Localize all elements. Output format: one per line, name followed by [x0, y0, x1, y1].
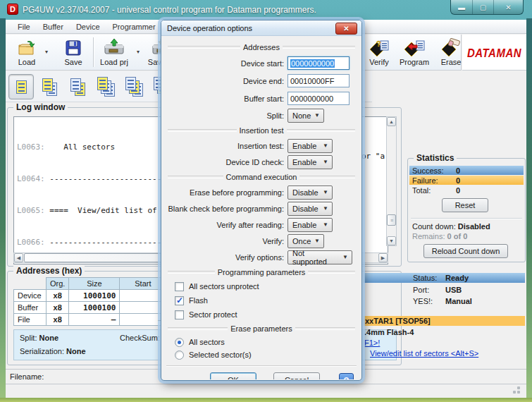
- dialog-button-separator: [166, 365, 357, 367]
- window-title: PG4UW v2.37/04.2007 - universal control …: [23, 5, 316, 15]
- success-label: Success:: [412, 166, 444, 175]
- yes-value: Manual: [445, 297, 472, 305]
- all-sectors-row: All sectors: [162, 336, 361, 348]
- load-prj-icon: [97, 37, 131, 56]
- all-sectors-unprotect-checkbox[interactable]: [175, 282, 184, 291]
- table-row: File x8 – –: [14, 314, 166, 326]
- statistics-divider: [411, 218, 522, 219]
- chevron-down-icon: ▼: [314, 238, 320, 244]
- document-icon: [16, 80, 27, 94]
- menu-device[interactable]: Device: [70, 21, 106, 32]
- split-select[interactable]: None▼: [287, 109, 324, 123]
- device-test-link[interactable]: F1>!: [364, 339, 380, 347]
- dialog-title: Device operation options: [167, 24, 252, 32]
- resize-grip[interactable]: [517, 391, 520, 394]
- scroll-left-arrow[interactable]: ◀: [14, 253, 23, 262]
- sector-protect-row: Sector protect: [162, 307, 361, 322]
- insertion-test-select[interactable]: Enable▼: [287, 139, 333, 153]
- svg-text:?: ?: [376, 39, 381, 48]
- menu-buffer[interactable]: Buffer: [37, 21, 70, 32]
- chevron-down-icon: ▼: [323, 159, 328, 165]
- ok-button[interactable]: OK: [210, 372, 256, 379]
- device-id-check-select[interactable]: Enable▼: [287, 155, 333, 169]
- success-row: Success: 0: [409, 166, 524, 175]
- load-button[interactable]: Load: [10, 37, 44, 66]
- device-start-field[interactable]: 0000000000: [287, 56, 349, 70]
- blank-check-row: Blank check before programming: Disable▼: [162, 200, 361, 217]
- load-folder-icon: [10, 37, 44, 56]
- app-icon: D: [7, 4, 18, 15]
- cancel-button[interactable]: Cancel: [273, 372, 320, 379]
- buffer-view-button-1[interactable]: [8, 74, 34, 99]
- menu-file[interactable]: File: [11, 21, 37, 32]
- verify-select[interactable]: Once▼: [287, 234, 324, 248]
- countdown-label: Count down:: [412, 222, 456, 231]
- flash-label: Flash: [189, 296, 208, 305]
- device-id-check-row: Device ID check: Enable▼: [162, 154, 361, 170]
- load-prj-button[interactable]: Load prj: [97, 37, 131, 66]
- all-sectors-radio[interactable]: [175, 338, 184, 347]
- verify-options-select[interactable]: Not supported▼: [287, 250, 352, 264]
- main-window: D PG4UW v2.37/04.2007 - universal contro…: [0, 0, 532, 402]
- erase-before-select[interactable]: Disable▼: [287, 185, 333, 200]
- save-button[interactable]: Save: [56, 37, 90, 66]
- verify-after-select[interactable]: Enable▼: [287, 218, 333, 232]
- buffer-start-field[interactable]: 0000000000: [287, 92, 349, 105]
- reset-button[interactable]: Reset: [442, 198, 488, 212]
- buffer-view-button-2[interactable]: [37, 74, 62, 99]
- save-floppy-icon: [56, 37, 90, 56]
- sector-protect-label: Sector protect: [189, 310, 237, 319]
- verify-after-label: Verify after reading:: [162, 221, 287, 229]
- success-value: 0: [456, 166, 460, 175]
- minimize-button[interactable]: ▬: [451, 0, 472, 14]
- addresses-table: Org. Size Start Device x8 1000100 Buffer…: [13, 277, 166, 326]
- window-frame-right: [526, 18, 532, 402]
- help-button[interactable]: ?: [339, 373, 354, 380]
- device-end-field[interactable]: 00010000FF: [287, 74, 349, 87]
- verify-chip-icon: ?: [362, 37, 396, 56]
- scroll-right-arrow[interactable]: ▶: [378, 253, 388, 262]
- insertion-test-label: Insertion test:: [162, 142, 287, 150]
- all-sectors-unprotect-row: All sectors unprotect: [162, 279, 361, 293]
- document-icon: [125, 77, 136, 90]
- program-label: Program: [397, 58, 431, 66]
- buffer-view-button-4[interactable]: [93, 74, 118, 99]
- brand-zone: DATAMAN: [462, 35, 526, 71]
- selected-sectors-radio[interactable]: [175, 351, 184, 360]
- program-button[interactable]: Program: [397, 37, 431, 66]
- verify-button[interactable]: ? Verify: [362, 37, 396, 66]
- scroll-up-arrow[interactable]: ▲: [387, 117, 396, 126]
- menu-programmer[interactable]: Programmer: [106, 21, 162, 32]
- split-label: Split:: [162, 111, 287, 120]
- chevron-down-icon: ▼: [323, 221, 328, 228]
- dialog-close-button[interactable]: ✕: [335, 23, 357, 35]
- log-vertical-scrollbar[interactable]: ▲ ≡ ▼: [386, 116, 397, 246]
- load-dropdown-arrow[interactable]: ▾: [45, 49, 48, 55]
- checksum-label: CheckSum:: [120, 334, 160, 342]
- dialog-buttons: OK Cancel ?: [210, 372, 354, 379]
- table-row: Device x8 1000100: [14, 290, 166, 302]
- view-edit-sectors-link[interactable]: View/edit list of sectors <Alt+S>: [370, 349, 478, 358]
- buffer-view-button-3[interactable]: [65, 74, 90, 99]
- flash-row: Flash: [162, 293, 361, 307]
- blank-check-label: Blank check before programming:: [162, 205, 287, 213]
- remains-label: Remains:: [412, 232, 445, 240]
- erase-before-label: Erase before programming:: [162, 188, 287, 197]
- flash-checkbox[interactable]: [175, 296, 184, 305]
- split-value: None: [39, 334, 59, 342]
- scroll-thumb[interactable]: ≡: [387, 214, 396, 226]
- maximize-button[interactable]: ▢: [472, 0, 493, 14]
- total-row: Total: 0: [409, 185, 524, 195]
- sector-protect-checkbox[interactable]: [175, 310, 184, 319]
- blank-check-select[interactable]: Disable▼: [287, 202, 333, 216]
- close-button[interactable]: ✕: [493, 0, 523, 14]
- addresses-section-header: Addresses: [168, 42, 355, 53]
- device-package-fragment: .4mm Flash-4: [364, 328, 414, 336]
- device-start-row: Device start: 0000000000: [162, 54, 361, 72]
- load-prj-dropdown-arrow[interactable]: ▾: [137, 49, 140, 55]
- dialog-titlebar[interactable]: Device operation options ✕: [161, 20, 361, 36]
- reload-countdown-button[interactable]: Reload Count down: [423, 244, 508, 258]
- scroll-down-arrow[interactable]: ▼: [387, 236, 396, 245]
- buffer-view-button-5[interactable]: [121, 74, 147, 99]
- toolbar-separator: [93, 37, 94, 67]
